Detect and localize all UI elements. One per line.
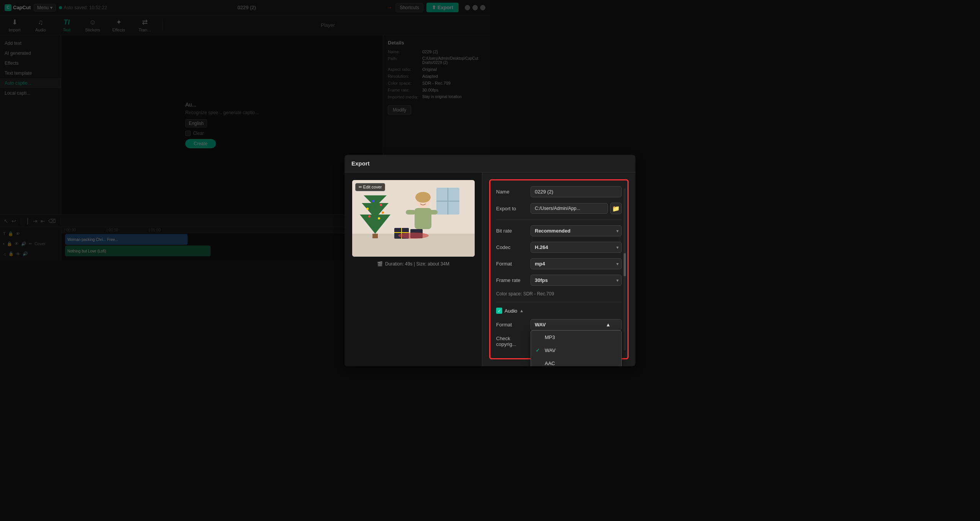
- modal-body: ✏ Edit cover 🎬 Duration: 49s | Size: abo…: [345, 172, 490, 260]
- modal-overlay: Export: [0, 0, 490, 260]
- svg-point-13: [368, 215, 371, 218]
- svg-point-10: [380, 204, 382, 206]
- svg-rect-20: [428, 210, 438, 215]
- svg-point-11: [372, 200, 374, 202]
- svg-point-14: [378, 217, 380, 220]
- preview-image-container: ✏ Edit cover: [352, 180, 475, 257]
- svg-point-25: [398, 233, 429, 239]
- svg-point-9: [366, 208, 369, 210]
- edit-cover-button[interactable]: ✏ Edit cover: [355, 183, 385, 191]
- svg-point-12: [382, 211, 384, 214]
- modal-preview: ✏ Edit cover 🎬 Duration: 49s | Size: abo…: [345, 172, 482, 260]
- svg-rect-19: [406, 210, 416, 215]
- modal-header: Export: [345, 155, 490, 172]
- svg-point-17: [415, 192, 431, 203]
- export-form-highlight: Name Export to 📁: [489, 179, 490, 260]
- export-modal: Export: [345, 155, 490, 260]
- export-form: Name Export to 📁: [482, 172, 490, 260]
- preview-scene: [352, 180, 475, 257]
- svg-rect-15: [372, 234, 378, 238]
